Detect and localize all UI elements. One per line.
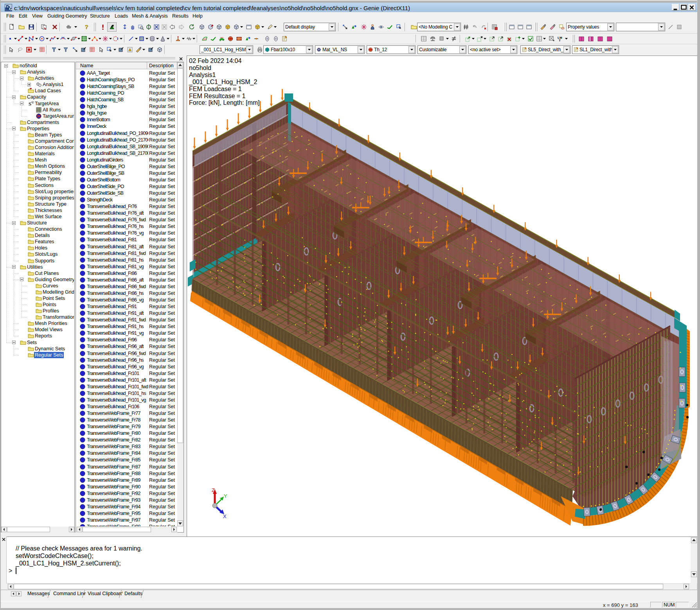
svg-text:S: S	[29, 101, 31, 107]
svg-text:X: X	[223, 513, 227, 519]
svg-text:Z: Z	[212, 487, 215, 493]
svg-text:Y: Y	[224, 493, 227, 499]
svg-text:G: G	[9, 6, 12, 11]
svg-text:?: ?	[85, 24, 88, 30]
svg-text:T: T	[559, 39, 561, 42]
